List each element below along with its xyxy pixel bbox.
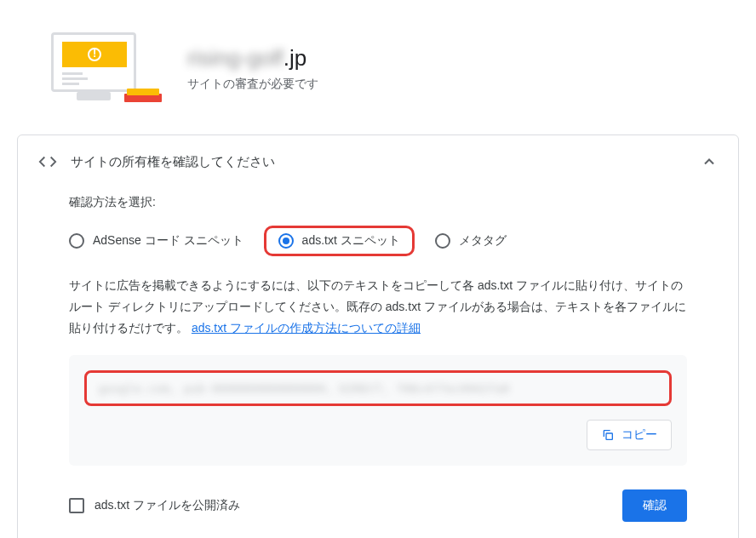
copy-button[interactable]: コピー [587,420,672,450]
checkbox-label: ads.txt ファイルを公開済み [94,498,240,513]
radio-icon [435,233,450,249]
code-icon [38,152,57,171]
radio-label: メタタグ [459,233,507,249]
published-checkbox[interactable]: ads.txt ファイルを公開済み [69,498,240,513]
method-label: 確認方法を選択: [69,195,687,210]
radio-adsense[interactable]: AdSense コード スニペット [69,233,243,249]
accordion-header[interactable]: サイトの所有権を確認してください [18,135,738,188]
help-link[interactable]: ads.txt ファイルの作成方法についての詳細 [192,321,421,335]
radio-icon [278,233,294,249]
chevron-up-icon [701,153,718,170]
instruction-text: サイトに広告を掲載できるようにするには、以下のテキストをコピーして各 ads.t… [69,275,687,340]
confirm-button[interactable]: 確認 [622,489,687,522]
snippet-code[interactable]: google.com, pub-0000000000000000, DIRECT… [84,370,672,406]
ownership-card: サイトの所有権を確認してください 確認方法を選択: AdSense コード スニ… [17,134,739,538]
checkbox-icon [69,498,84,513]
radio-icon [69,233,84,249]
svg-rect-0 [606,433,612,439]
snippet-panel: google.com, pub-0000000000000000, DIRECT… [69,355,687,466]
radio-adstxt[interactable]: ads.txt スニペット [264,226,415,256]
warning-illustration [43,26,162,111]
copy-label: コピー [621,427,657,443]
site-domain: rising-golf.jp [187,45,722,72]
radio-metatag[interactable]: メタタグ [435,233,507,249]
site-status: サイトの審査が必要です [187,77,722,92]
site-header: rising-golf.jp サイトの審査が必要です [17,17,739,128]
radio-label: ads.txt スニペット [302,233,400,249]
method-radio-group: AdSense コード スニペット ads.txt スニペット メタタグ [69,226,687,256]
radio-label: AdSense コード スニペット [93,233,243,249]
accordion-title: サイトの所有権を確認してください [71,154,701,170]
copy-icon [601,428,615,442]
